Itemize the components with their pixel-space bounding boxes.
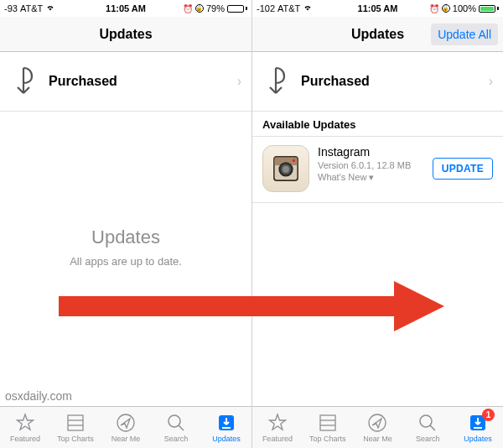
purchased-row[interactable]: Purchased › (252, 52, 503, 112)
bars-icon (65, 413, 86, 433)
tab-label: Top Charts (57, 435, 94, 443)
update-button[interactable]: UPDATE (433, 158, 493, 180)
tab-label: Featured (10, 435, 40, 443)
app-name: Instagram (318, 145, 424, 159)
orientation-lock-icon: 🔒 (442, 4, 450, 13)
star-icon (14, 413, 36, 433)
svg-line-20 (430, 425, 435, 430)
empty-title: Updates (0, 227, 252, 248)
bars-icon (317, 413, 339, 433)
location-icon (115, 413, 137, 433)
purchased-row[interactable]: Purchased › (0, 52, 252, 112)
tab-label: Updates (464, 435, 492, 443)
svg-point-14 (293, 159, 295, 162)
status-time: 11:05 AM (0, 3, 252, 13)
star-icon (267, 413, 288, 433)
empty-subtitle: All apps are up to date. (0, 255, 252, 268)
svg-line-5 (179, 425, 184, 430)
tab-search[interactable]: Search (151, 407, 201, 448)
page-title: Updates (99, 27, 152, 42)
tab-updates[interactable]: Updates (201, 407, 252, 448)
content-area: Purchased › Updates All apps are up to d… (0, 52, 252, 406)
status-bar: -102 AT&T 11:05 AM ⏰ 🔒 100% (252, 0, 503, 17)
phone-left: -93 AT&T 11:05 AM ⏰ 🔒 79% Updates (0, 0, 252, 448)
updates-badge: 1 (482, 409, 495, 421)
instagram-app-icon (262, 145, 309, 192)
download-icon (215, 413, 237, 433)
nav-header: Updates Update All (252, 17, 503, 52)
tab-search[interactable]: Search (402, 407, 453, 448)
tab-label: Search (416, 435, 440, 443)
app-version-size: Version 6.0.1, 12.8 MB (318, 160, 424, 170)
purchased-label: Purchased (301, 74, 477, 89)
tab-label: Near Me (111, 435, 141, 443)
svg-point-4 (169, 415, 180, 427)
tab-featured[interactable]: Featured (252, 407, 303, 448)
content-area: Purchased › Available Updates (252, 52, 503, 406)
tab-label: Near Me (363, 435, 392, 443)
purchased-icon (262, 65, 289, 97)
watermark: osxdaily.com (5, 389, 72, 403)
search-icon (417, 413, 438, 433)
tab-near-me[interactable]: Near Me (353, 407, 403, 448)
status-time: 11:05 AM (252, 3, 503, 13)
available-updates-header: Available Updates (252, 112, 503, 136)
search-icon (165, 413, 187, 433)
update-all-button[interactable]: Update All (431, 23, 498, 45)
phone-right: -102 AT&T 11:05 AM ⏰ 🔒 100% Updates Upd (252, 0, 503, 448)
tab-label: Search (164, 435, 189, 443)
whats-new-link[interactable]: What's New ▾ (318, 172, 424, 183)
nav-header: Updates (0, 17, 252, 52)
tab-top-charts[interactable]: Top Charts (303, 407, 353, 448)
update-row-instagram[interactable]: Instagram Version 6.0.1, 12.8 MB What's … (252, 136, 503, 203)
empty-state: Updates All apps are up to date. (0, 227, 252, 268)
chevron-right-icon: › (237, 74, 241, 89)
page-title: Updates (351, 27, 404, 42)
svg-point-13 (283, 166, 289, 173)
app-info: Instagram Version 6.0.1, 12.8 MB What's … (318, 145, 424, 183)
status-bar: -93 AT&T 11:05 AM ⏰ 🔒 79% (0, 0, 252, 17)
svg-point-18 (369, 414, 386, 431)
svg-rect-0 (68, 415, 83, 430)
tab-bar: Featured Top Charts Near Me Search Updat… (0, 406, 252, 448)
purchased-icon (10, 65, 37, 97)
tab-bar: Featured Top Charts Near Me Search Updat… (252, 406, 503, 448)
tab-top-charts[interactable]: Top Charts (50, 407, 101, 448)
tab-label: Featured (262, 435, 293, 443)
chevron-right-icon: › (489, 74, 493, 89)
orientation-lock-icon: 🔒 (195, 4, 204, 13)
tab-near-me[interactable]: Near Me (101, 407, 151, 448)
tab-featured[interactable]: Featured (0, 407, 50, 448)
tab-label: Top Charts (309, 435, 346, 443)
svg-point-3 (117, 414, 134, 431)
location-icon (366, 413, 388, 433)
tab-updates[interactable]: Updates 1 (453, 407, 503, 448)
svg-rect-15 (320, 415, 335, 430)
purchased-label: Purchased (49, 74, 226, 89)
tab-label: Updates (212, 435, 241, 443)
svg-point-19 (420, 415, 432, 427)
